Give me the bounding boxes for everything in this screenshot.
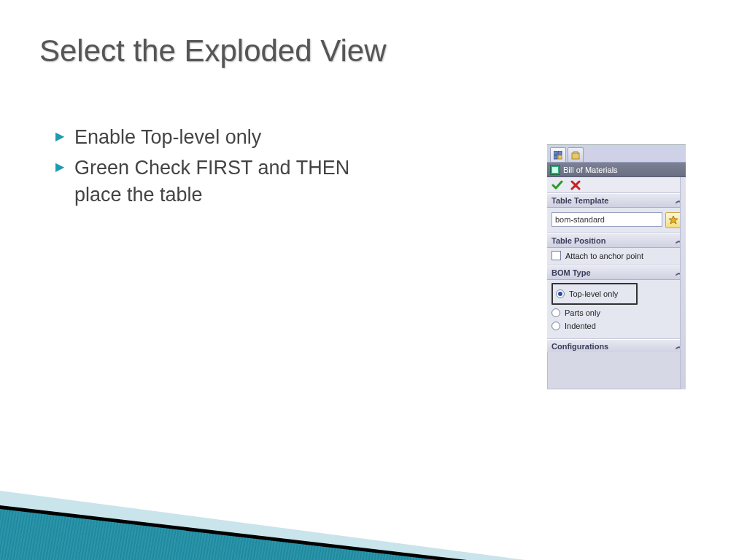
bullet-text: Enable Top-level only: [74, 124, 398, 150]
template-name-input[interactable]: [551, 212, 662, 227]
svg-rect-1: [558, 151, 562, 155]
section-header-template[interactable]: Table Template ︽: [547, 193, 686, 208]
section-label: Configurations: [551, 342, 608, 351]
section-body-template: [547, 208, 686, 233]
bullet-marker-icon: ▶: [55, 128, 64, 144]
svg-rect-2: [554, 155, 557, 159]
section-header-configurations[interactable]: Configurations ︽: [547, 339, 686, 352]
radio-label: Indented: [565, 322, 596, 330]
bullet-text: Green Check FIRST and THEN place the tab…: [74, 155, 398, 208]
panel-title: Bill of Materials: [563, 166, 618, 174]
radio-icon: [556, 289, 565, 298]
highlight-box: Top-level only: [551, 283, 638, 305]
radio-icon: [551, 322, 560, 330]
confirm-row: [547, 177, 686, 193]
slide: Select the Exploded View ▶ Enable Top-le…: [0, 0, 747, 560]
radio-label: Parts only: [565, 308, 600, 317]
checkbox-label: Attach to anchor point: [565, 252, 643, 260]
bom-radio-parts-only[interactable]: Parts only: [551, 308, 681, 318]
browse-template-button[interactable]: [665, 212, 681, 228]
decorative-wedge: [0, 509, 438, 560]
panel-tab-icon[interactable]: [550, 147, 566, 162]
svg-rect-0: [554, 151, 557, 155]
svg-marker-5: [669, 216, 678, 224]
ok-check-icon[interactable]: [551, 179, 563, 191]
section-label: Table Template: [551, 196, 608, 205]
section-header-position[interactable]: Table Position ︽: [547, 233, 686, 248]
bullet-list: ▶ Enable Top-level only ▶ Green Check FI…: [55, 124, 398, 212]
radio-label: Top-level only: [569, 289, 618, 298]
panel-tabstrip: [547, 145, 686, 163]
bullet-item: ▶ Enable Top-level only: [55, 124, 398, 150]
bullet-marker-icon: ▶: [55, 159, 64, 175]
section-label: BOM Type: [551, 268, 591, 277]
radio-icon: [551, 308, 560, 317]
bom-radio-indented[interactable]: Indented: [551, 321, 681, 331]
section-label: Table Position: [551, 236, 605, 245]
section-body-bomtype: Top-level only Parts only Indented: [547, 280, 686, 339]
svg-rect-4: [572, 153, 579, 159]
bom-icon: [550, 165, 560, 175]
panel-tab-icon[interactable]: [568, 147, 584, 162]
svg-rect-3: [558, 155, 562, 159]
section-body-position: Attach to anchor point: [547, 248, 686, 265]
cancel-x-icon[interactable]: [570, 180, 581, 190]
checkbox-icon: [551, 251, 561, 260]
scrollbar[interactable]: [680, 177, 686, 389]
bom-radio-top-level[interactable]: Top-level only: [556, 289, 633, 299]
panel-titlebar: Bill of Materials: [547, 163, 686, 177]
anchor-checkbox-row[interactable]: Attach to anchor point: [551, 251, 681, 260]
slide-title: Select the Exploded View: [39, 34, 387, 69]
property-panel: Bill of Materials Table Template ︽: [547, 144, 686, 389]
section-header-bomtype[interactable]: BOM Type ︽: [547, 265, 686, 280]
bullet-item: ▶ Green Check FIRST and THEN place the t…: [55, 155, 398, 208]
